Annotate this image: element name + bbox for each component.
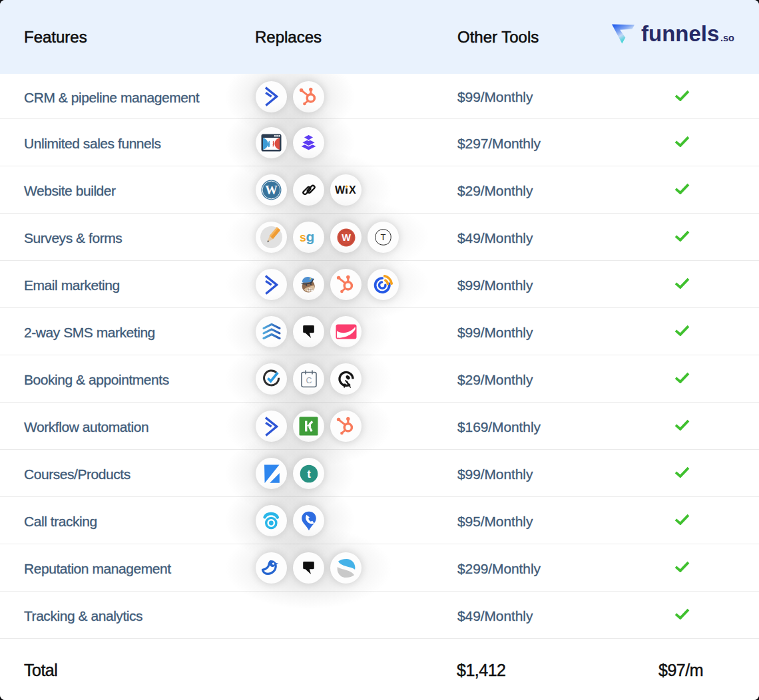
svg-text:g: g [306,229,314,244]
svg-text:W: W [342,232,351,243]
svg-text:s: s [300,231,306,244]
svg-text:C: C [306,375,312,385]
svg-text:W: W [335,184,346,196]
svg-text:X: X [348,184,356,196]
svg-text:W: W [265,184,278,197]
svg-text:t: t [307,468,311,480]
svg-text:.so: .so [720,33,734,43]
svg-text:funnels: funnels [641,23,719,46]
svg-text:T: T [381,232,386,242]
